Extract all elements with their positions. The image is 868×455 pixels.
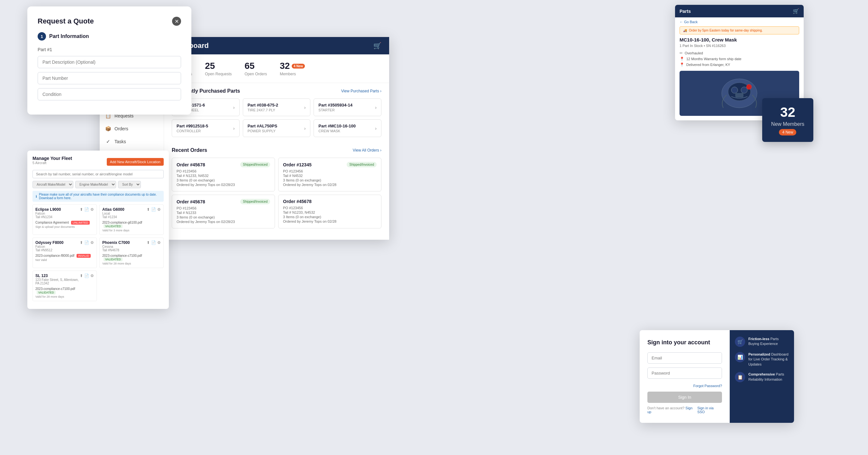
order-items: 3 Items (0 on exchange) — [177, 178, 270, 182]
view-all-orders-link[interactable]: View All Orders › — [353, 148, 381, 153]
aircraft-doc-status: VALIDATED — [103, 224, 123, 228]
part-card[interactable]: Part #AL750PSPOWER SUPPLY› — [243, 119, 311, 137]
quote-modal: Request a Quote ✕ 1 Part Information Par… — [27, 6, 191, 115]
fleet-aircraft-grid: Eclipse L9000 Falcon Tail #N1234 ⬆ 📄 ⚙ C… — [32, 204, 164, 301]
aircraft-doc-name: 2023-compliance-g6100.pdf — [102, 221, 142, 224]
aircraft-doc-note: Valid for 3 more days — [102, 229, 161, 232]
settings-icon[interactable]: ⚙ — [90, 274, 94, 278]
order-items: 3 Items (0 on exchange) — [177, 215, 270, 219]
part-card[interactable]: Part #3505934-14STARTER› — [314, 98, 381, 116]
aircraft-doc-name: 2023-compliance-c7100.pdf — [102, 254, 142, 257]
order-po: PO #123456 — [283, 206, 377, 210]
sidebar-item-orders[interactable]: 📦Orders — [100, 122, 164, 135]
quote-modal-title: Request a Quote — [38, 17, 94, 25]
aircraft-doc-status: UNLIMITED — [71, 221, 90, 224]
sidebar-item-tasks[interactable]: ✓Tasks — [100, 135, 164, 148]
parts-breadcrumb[interactable]: ← Go Back — [675, 18, 804, 26]
document-icon[interactable]: 📄 — [84, 240, 89, 245]
upload-icon[interactable]: ⬆ — [147, 207, 150, 212]
fleet-search-input[interactable] — [32, 170, 164, 178]
fleet-warning: ℹ Please make sure all of your aircrafts… — [32, 191, 164, 202]
signin-title: Sign into your account — [647, 339, 722, 346]
part-description: TIRE 24X7.7 PLY — [248, 108, 278, 112]
aircraft-make-model-filter[interactable]: Aircraft Make/Model — [32, 181, 73, 188]
quote-close-button[interactable]: ✕ — [172, 17, 181, 26]
chevron-right-icon: › — [233, 126, 235, 131]
shipping-text: Order by 5pm Eastern today for same-day … — [689, 29, 763, 32]
feature-icon: 🛒 — [735, 337, 745, 347]
orders-nav-icon: 📦 — [105, 126, 111, 131]
document-icon[interactable]: 📄 — [84, 274, 89, 278]
recent-orders-section: Recent Orders View All Orders › Order #4… — [164, 142, 389, 234]
dashboard-stats: 12Open Tasks25Open Requests65Open Orders… — [164, 54, 389, 83]
order-by: Ordered by Jeremy Tops on 02/28 — [283, 219, 377, 223]
part-card[interactable]: Part #9912518-5CONTROLLER› — [172, 119, 240, 137]
frequently-purchased-section: Frequently Purchased Parts View Purchase… — [164, 83, 389, 142]
parts-cart-icon[interactable]: 🛒 — [793, 8, 799, 14]
part-card[interactable]: Part #MC10-16-100CREW MASK› — [314, 119, 381, 137]
feature-text: Personalized Dashboard for Live Order Tr… — [748, 352, 789, 367]
fleet-subtitle: 5 Aircraft — [32, 161, 72, 165]
aircraft-name: Eclipse L9000 — [35, 207, 61, 212]
upload-icon[interactable]: ⬆ — [147, 240, 150, 245]
upload-icon[interactable]: ⬆ — [80, 240, 83, 245]
signin-button[interactable]: Sign In — [647, 392, 722, 403]
signin-email-input[interactable] — [647, 352, 722, 364]
document-icon[interactable]: 📄 — [84, 207, 89, 212]
settings-icon[interactable]: ⚙ — [90, 207, 94, 212]
fleet-warning-text: Please make sure all of your aircrafts h… — [39, 193, 160, 200]
svg-point-4 — [741, 87, 747, 93]
engine-make-model-filter[interactable]: Engine Make/Model — [75, 181, 116, 188]
aircraft-doc-status: VALIDATED — [37, 291, 56, 295]
add-aircraft-button[interactable]: Add New Aircraft/Stock Location — [107, 158, 164, 166]
part-card[interactable]: Part #038-675-2TIRE 24X7.7 PLY› — [243, 98, 311, 116]
order-by: Ordered by Jeremy Tops on 02/28/23 — [177, 183, 270, 187]
aircraft-name: Odyssey F8000 — [35, 240, 63, 245]
upload-icon[interactable]: ⬆ — [80, 207, 83, 212]
upload-icon[interactable]: ⬆ — [80, 274, 83, 278]
part-number: Part #3505934-14 — [318, 103, 352, 108]
chevron-right-icon: › — [304, 105, 306, 110]
dashboard-cart-icon[interactable]: 🛒 — [373, 42, 381, 50]
stat-open-orders: 65Open Orders — [245, 61, 267, 76]
aircraft-type: Cessna — [102, 245, 130, 248]
parts-detail-title: Parts — [680, 9, 691, 14]
feature-text: Friction-less Parts Buying Experience — [748, 337, 789, 346]
part-number: Part #MC10-16-100 — [318, 124, 356, 128]
part-number: Part #9912518-5 — [177, 124, 208, 128]
feature-icon: 📋 — [735, 372, 745, 382]
quote-step-badge: 1 — [38, 32, 46, 40]
document-icon[interactable]: 📄 — [151, 240, 156, 245]
info-icon: ℹ — [36, 195, 37, 198]
signin-password-input[interactable] — [647, 367, 722, 379]
order-card: Order #12345 Shipped/Invoiced PO #123456… — [278, 158, 381, 191]
aircraft-name: SL 123 — [35, 274, 80, 278]
signin-form: Sign into your account Forgot Password? … — [640, 330, 730, 423]
view-purchased-parts-link[interactable]: View Purchased Parts › — [341, 89, 381, 93]
fleet-aircraft-item: Odyssey F8000 Falcon Tail #N9512 ⬆ 📄 ⚙ 2… — [32, 238, 97, 268]
order-status-badge: Shipped/Invoiced — [347, 162, 377, 167]
quote-section-title: Part Information — [49, 33, 89, 39]
parts-attribute: 📍12 Months Warranty form ship date — [680, 57, 799, 61]
signin-bottom: Don't have an account? Sign up Sign in v… — [647, 406, 722, 414]
forgot-password-link[interactable]: Forgot Password? — [693, 384, 722, 388]
sso-link[interactable]: Sign in via SSO — [697, 406, 722, 414]
aircraft-doc-note: Sign & upload your documents — [35, 225, 94, 229]
svg-point-3 — [731, 87, 738, 93]
aircraft-doc-name: 2023-compliance-f8000.pdf — [35, 254, 74, 257]
settings-icon[interactable]: ⚙ — [90, 240, 94, 245]
condition-input[interactable] — [38, 88, 181, 100]
order-card: Order #45678 Shipped/Invoiced PO #123456… — [172, 158, 275, 191]
part-description-input[interactable] — [38, 56, 181, 68]
part-number: Part #AL750PS — [248, 124, 278, 128]
document-icon[interactable]: 📄 — [151, 207, 156, 212]
aircraft-doc-status: INVALID — [76, 254, 91, 258]
settings-icon[interactable]: ⚙ — [157, 207, 161, 212]
sort-by-filter[interactable]: Sort By — [118, 181, 141, 188]
part-number-input[interactable] — [38, 72, 181, 84]
part-description: CONTROLLER — [177, 129, 208, 133]
attr-icon: 📍 — [680, 57, 684, 61]
stat-label: Open Requests — [205, 72, 231, 76]
part-description: CREW MASK — [318, 129, 356, 133]
settings-icon[interactable]: ⚙ — [157, 240, 161, 245]
